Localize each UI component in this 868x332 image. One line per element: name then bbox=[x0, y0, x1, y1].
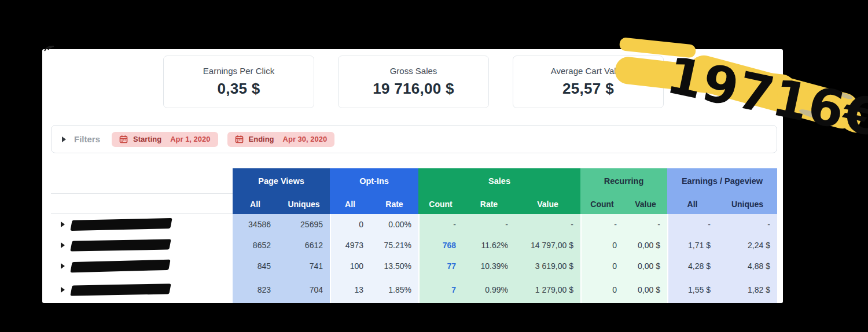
filter-badge-value: Apr 1, 2020 bbox=[170, 135, 210, 143]
cell-sales-count: - bbox=[418, 214, 463, 235]
stat-card-value: 19 716,00 $ bbox=[373, 80, 454, 98]
column-header-sales-count[interactable]: Count bbox=[418, 194, 463, 214]
column-header-sales-value[interactable]: Value bbox=[515, 194, 580, 214]
cell-opt-ins-all: 0 bbox=[330, 214, 370, 235]
cell-sales-value: - bbox=[515, 214, 580, 235]
column-header-earnings-pageview-uniques[interactable]: Uniques bbox=[718, 194, 777, 214]
cell-recurring-count: - bbox=[580, 214, 624, 235]
screenshot-root: { "cards": [ { "title": "Earnings Per Cl… bbox=[0, 0, 868, 332]
cell-opt-ins-rate: 13.50% bbox=[370, 256, 418, 276]
cell-recurring-count: 0 bbox=[580, 276, 624, 303]
stat-card-gross-sales: Gross Sales 19 716,00 $ bbox=[338, 56, 489, 108]
cell-page-views-all: 823 bbox=[233, 276, 278, 303]
filter-badge-label: Starting bbox=[133, 135, 161, 143]
column-header-opt-ins-rate[interactable]: Rate bbox=[370, 194, 418, 214]
stat-card-average-cart-value: Average Cart Value 25,57 $ bbox=[513, 56, 664, 108]
column-group-earnings-pageview: Earnings / Pageview bbox=[667, 168, 777, 194]
cell-page-views-all: 845 bbox=[233, 256, 278, 276]
expand-row-icon[interactable] bbox=[61, 222, 65, 227]
cell-page-views-all: 8652 bbox=[233, 235, 278, 256]
row-label bbox=[51, 256, 233, 276]
cell-recurring-value: 0,00 $ bbox=[624, 256, 667, 276]
stat-card-title: Gross Sales bbox=[390, 66, 437, 76]
row-label bbox=[51, 214, 233, 235]
cell-earnings-pageview-all: 1,55 $ bbox=[667, 276, 718, 303]
column-header-opt-ins-all[interactable]: All bbox=[330, 194, 370, 214]
filters-label[interactable]: Filters bbox=[74, 134, 100, 144]
filter-badge-ending[interactable]: Ending Apr 30, 2020 bbox=[227, 132, 335, 147]
cell-recurring-count: 0 bbox=[580, 235, 624, 256]
filter-badge-value: Apr 30, 2020 bbox=[283, 135, 328, 143]
row-label bbox=[51, 276, 233, 303]
cell-sales-rate: 10.39% bbox=[463, 256, 515, 276]
stat-card-earnings-per-click: Earnings Per Click 0,35 $ bbox=[163, 56, 314, 108]
cell-earnings-pageview-uniques: 1,82 $ bbox=[718, 276, 777, 303]
sales-count-link[interactable]: 7 bbox=[418, 276, 463, 303]
cell-earnings-pageview-uniques: - bbox=[718, 214, 777, 235]
stat-card-value: 0,35 $ bbox=[217, 80, 260, 98]
cell-recurring-count: 0 bbox=[580, 256, 624, 276]
table-corner bbox=[51, 168, 233, 194]
cell-earnings-pageview-all: - bbox=[667, 214, 718, 235]
cell-sales-rate: 11.62% bbox=[463, 235, 515, 256]
column-header-recurring-count[interactable]: Count bbox=[580, 194, 624, 214]
cell-recurring-value: - bbox=[624, 214, 667, 235]
cell-opt-ins-rate: 1.85% bbox=[370, 276, 418, 303]
column-header-earnings-pageview-all[interactable]: All bbox=[667, 194, 718, 214]
cell-earnings-pageview-all: 1,71 $ bbox=[667, 235, 718, 256]
column-header-page-views-all[interactable]: All bbox=[233, 194, 278, 214]
stat-card-title: Average Cart Value bbox=[551, 66, 626, 76]
redacted-row-name bbox=[70, 239, 171, 251]
column-header-page-views-uniques[interactable]: Uniques bbox=[278, 194, 330, 214]
cell-sales-value: 3 619,00 $ bbox=[515, 256, 580, 276]
cell-opt-ins-all: 13 bbox=[330, 276, 370, 303]
expand-row-icon[interactable] bbox=[61, 242, 65, 248]
cell-opt-ins-all: 4973 bbox=[330, 235, 370, 256]
cell-page-views-uniques: 704 bbox=[278, 276, 330, 303]
cell-opt-ins-rate: 75.21% bbox=[370, 235, 418, 256]
sales-count-link[interactable]: 77 bbox=[418, 256, 463, 276]
filter-badge-label: Ending bbox=[249, 135, 274, 143]
redacted-row-name bbox=[70, 283, 171, 296]
cell-earnings-pageview-uniques: 2,24 $ bbox=[718, 235, 777, 256]
shadow-smudge bbox=[838, 91, 853, 100]
stat-card-title: Earnings Per Click bbox=[203, 66, 274, 76]
calendar-icon bbox=[235, 135, 244, 143]
dashboard-panel: Earnings Per Click 0,35 $ Gross Sales 19… bbox=[42, 49, 783, 303]
expand-row-icon[interactable] bbox=[61, 263, 65, 269]
table-corner-sub bbox=[51, 194, 233, 214]
column-header-sales-rate[interactable]: Rate bbox=[463, 194, 515, 214]
cell-page-views-uniques: 6612 bbox=[278, 235, 330, 256]
stat-card-value: 25,57 $ bbox=[562, 80, 614, 98]
filter-badge-starting[interactable]: Starting Apr 1, 2020 bbox=[112, 132, 218, 147]
cell-sales-value: 14 797,00 $ bbox=[515, 235, 580, 256]
column-group-sales: Sales bbox=[418, 168, 580, 194]
cell-page-views-all: 34586 bbox=[233, 214, 278, 235]
cell-sales-rate: - bbox=[463, 214, 515, 235]
redacted-row-name bbox=[70, 260, 170, 273]
column-group-opt-ins: Opt-Ins bbox=[330, 168, 418, 194]
expand-row-icon[interactable] bbox=[61, 287, 65, 293]
cell-sales-value: 1 279,00 $ bbox=[515, 276, 580, 303]
row-label bbox=[51, 235, 233, 256]
filters-bar: Filters Starting Apr 1, 2020 bbox=[51, 125, 777, 153]
calendar-icon bbox=[119, 135, 128, 143]
cell-page-views-uniques: 25695 bbox=[278, 214, 330, 235]
cell-opt-ins-all: 100 bbox=[330, 256, 370, 276]
column-group-page-views: Page Views bbox=[233, 168, 330, 194]
sales-count-link[interactable]: 768 bbox=[418, 235, 463, 256]
column-group-recurring: Recurring bbox=[580, 168, 667, 194]
cell-opt-ins-rate: 0.00% bbox=[370, 214, 418, 235]
shadow-smudge bbox=[798, 108, 822, 120]
cell-earnings-pageview-all: 4,28 $ bbox=[667, 256, 718, 276]
column-header-recurring-value[interactable]: Value bbox=[624, 194, 667, 214]
cell-recurring-value: 0,00 $ bbox=[624, 235, 667, 256]
cell-recurring-value: 0,00 $ bbox=[624, 276, 667, 303]
redacted-row-name bbox=[70, 218, 172, 231]
stats-table: Page ViewsOpt-InsSalesRecurringEarnings … bbox=[51, 168, 777, 303]
chevron-right-icon[interactable] bbox=[62, 137, 66, 142]
cell-sales-rate: 0.99% bbox=[463, 276, 515, 303]
cell-page-views-uniques: 741 bbox=[278, 256, 330, 276]
cell-earnings-pageview-uniques: 4,88 $ bbox=[718, 256, 777, 276]
